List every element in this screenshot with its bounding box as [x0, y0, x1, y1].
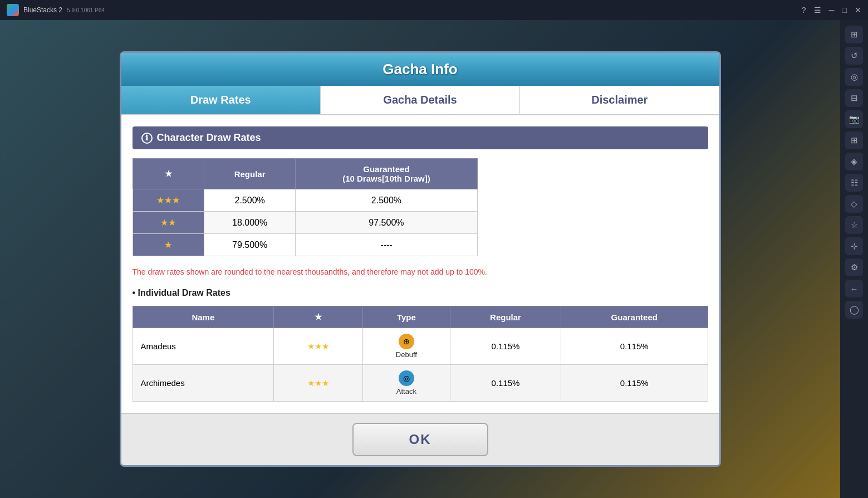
- ind-col-name: Name: [133, 306, 274, 328]
- col-star-header: ★: [133, 159, 204, 189]
- gear-icon[interactable]: ⚙: [845, 258, 863, 276]
- app-name: BlueStacks 2: [23, 6, 62, 14]
- star-2: ★★: [133, 212, 204, 234]
- modal-title-bar: Gacha Info: [121, 53, 719, 86]
- sidebar-icon-1[interactable]: ⊞: [845, 26, 863, 43]
- sidebar-icon-7[interactable]: ◈: [845, 153, 863, 170]
- app-version: 5.9.0.1061 P64: [67, 7, 105, 13]
- gacha-info-modal: Gacha Info Draw Rates Gacha Details Disc…: [120, 51, 721, 467]
- modal-footer: OK: [121, 413, 719, 465]
- ind-regular-1: 0.115%: [450, 365, 561, 402]
- ind-col-guaranteed: Guaranteed: [561, 306, 708, 328]
- character-draw-rates-header: ℹ Character Draw Rates: [133, 126, 708, 149]
- help-icon[interactable]: ?: [802, 6, 806, 14]
- debuff-icon: ⊕: [399, 334, 414, 349]
- col-regular-header: Regular: [204, 159, 296, 189]
- guaranteed-3star: 2.500%: [296, 189, 477, 212]
- table-row: Amadeus ★★★ ⊕ Debuff 0.115% 0.115%: [133, 328, 708, 365]
- ind-star-1: ★★★: [274, 365, 362, 402]
- regular-2star: 18.000%: [204, 212, 296, 234]
- section-title: Character Draw Rates: [157, 132, 261, 144]
- notice-text: The draw rates shown are rounded to the …: [133, 266, 708, 278]
- modal-title: Gacha Info: [133, 61, 708, 78]
- ind-guaranteed-0: 0.115%: [561, 328, 708, 365]
- ind-type-0: ⊕ Debuff: [362, 328, 450, 365]
- star-3: ★★★: [133, 189, 204, 212]
- sidebar-icon-3[interactable]: ◎: [845, 68, 863, 86]
- ind-name-0: Amadeus: [133, 328, 274, 365]
- sidebar-icon-10[interactable]: ☆: [845, 216, 863, 234]
- ind-col-type: Type: [362, 306, 450, 328]
- app-logo: [7, 4, 19, 16]
- tab-draw-rates[interactable]: Draw Rates: [121, 86, 321, 114]
- ind-col-star: ★: [274, 306, 362, 328]
- sidebar-icon-2[interactable]: ↺: [845, 47, 863, 65]
- table-row: Archimedes ★★★ ◎ Attack 0.115% 0.115%: [133, 365, 708, 402]
- star-1: ★: [133, 234, 204, 256]
- sidebar-icon-6[interactable]: ⊞: [845, 131, 863, 149]
- tab-disclaimer[interactable]: Disclaimer: [520, 86, 719, 114]
- regular-1star: 79.500%: [204, 234, 296, 256]
- maximize-icon[interactable]: □: [842, 6, 847, 14]
- ind-col-regular: Regular: [450, 306, 561, 328]
- titlebar: BlueStacks 2 5.9.0.1061 P64 ? ☰ ─ □ ✕: [0, 0, 868, 20]
- guaranteed-1star: ----: [296, 234, 477, 256]
- sidebar-icon-5[interactable]: 📷: [845, 110, 863, 128]
- close-icon[interactable]: ✕: [855, 6, 861, 14]
- table-row: ★ 79.500% ----: [133, 234, 477, 256]
- right-sidebar: ⊞ ↺ ◎ ⊟ 📷 ⊞ ◈ ☷ ◇ ☆ ⊹ ⚙ ← ◯: [840, 20, 868, 498]
- sidebar-icon-4[interactable]: ⊟: [845, 89, 863, 107]
- ind-regular-0: 0.115%: [450, 328, 561, 365]
- sidebar-icon-11[interactable]: ⊹: [845, 237, 863, 255]
- modal-body: ℹ Character Draw Rates ★ Regular Guarant…: [121, 115, 719, 413]
- individual-draw-rates-table: Name ★ Type Regular Guaranteed Amadeus ★…: [133, 306, 708, 402]
- modal-tabs: Draw Rates Gacha Details Disclaimer: [121, 86, 719, 115]
- ind-name-1: Archimedes: [133, 365, 274, 402]
- ind-type-1: ◎ Attack: [362, 365, 450, 402]
- window-controls: ? ☰ ─ □ ✕: [802, 6, 861, 14]
- attack-icon: ◎: [399, 370, 414, 386]
- modal-overlay: Gacha Info Draw Rates Gacha Details Disc…: [0, 20, 840, 498]
- guaranteed-2star: 97.500%: [296, 212, 477, 234]
- ind-star-0: ★★★: [274, 328, 362, 365]
- menu-icon[interactable]: ☰: [814, 6, 821, 14]
- type-label-0: Debuff: [396, 350, 417, 359]
- regular-3star: 2.500%: [204, 189, 296, 212]
- col-guaranteed-header: Guaranteed(10 Draws[10th Draw]): [296, 159, 477, 189]
- ind-guaranteed-1: 0.115%: [561, 365, 708, 402]
- sidebar-icon-12[interactable]: ←: [845, 280, 863, 297]
- minimize-icon[interactable]: ─: [829, 6, 835, 14]
- sidebar-icon-13[interactable]: ◯: [845, 301, 863, 319]
- info-icon: ℹ: [141, 133, 153, 144]
- sidebar-icon-9[interactable]: ◇: [845, 195, 863, 213]
- draw-rates-table: ★ Regular Guaranteed(10 Draws[10th Draw]…: [133, 158, 478, 256]
- table-row: ★★ 18.000% 97.500%: [133, 212, 477, 234]
- ok-button[interactable]: OK: [352, 423, 488, 456]
- tab-gacha-details[interactable]: Gacha Details: [321, 86, 520, 114]
- table-row: ★★★ 2.500% 2.500%: [133, 189, 477, 212]
- type-label-1: Attack: [396, 387, 416, 396]
- sidebar-icon-8[interactable]: ☷: [845, 174, 863, 192]
- individual-draw-rates-label: • Individual Draw Rates: [133, 288, 708, 298]
